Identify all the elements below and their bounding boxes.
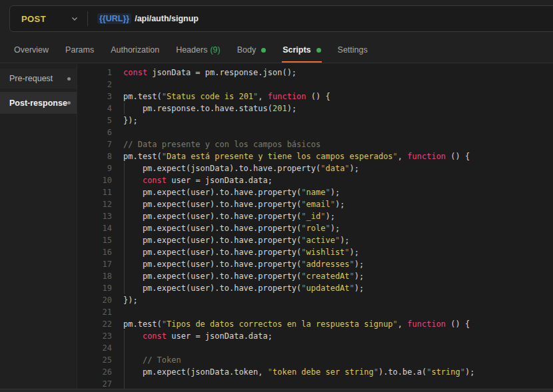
code-line[interactable]: 15 pm.expect(user).to.have.property("act… [77, 234, 553, 246]
code-line-content: const user = jsonData.data; [123, 330, 553, 342]
code-line-content: pm.expect(user).to.have.property("addres… [123, 258, 553, 270]
code-line-content: pm.expect(jsonData).to.have.property("da… [123, 162, 553, 174]
line-number: 15 [77, 234, 123, 246]
line-number: 24 [77, 342, 123, 354]
code-line-content: pm.test("Tipos de datos correctos en la … [123, 318, 553, 330]
sidebar-item-post-response[interactable]: Post-response [0, 92, 77, 114]
code-line[interactable]: 9 pm.expect(jsonData).to.have.property("… [77, 162, 553, 174]
code-line[interactable]: 25 // Token [77, 354, 553, 366]
code-line[interactable]: 4 pm.response.to.have.status(201); [77, 102, 553, 114]
code-line-content: pm.test("Data está presente y tiene los … [123, 150, 553, 162]
code-line[interactable]: 13 pm.expect(user).to.have.property("_id… [77, 210, 553, 222]
code-line[interactable]: 1const jsonData = pm.response.json(); [77, 67, 553, 79]
line-number: 22 [77, 318, 123, 330]
code-line-content: }); [123, 114, 553, 126]
line-number: 8 [77, 150, 123, 162]
code-line[interactable]: 26 pm.expect(jsonData.token, "token debe… [77, 366, 553, 378]
green-dot-icon [261, 48, 266, 53]
line-number: 2 [77, 79, 123, 91]
code-line-content: pm.expect(user).to.have.property("wishli… [123, 246, 553, 258]
code-line-content: pm.expect(user).to.have.property("name")… [123, 186, 553, 198]
line-number: 18 [77, 270, 123, 282]
code-line[interactable]: 2 [77, 79, 553, 91]
modified-dot-icon [67, 101, 71, 104]
code-line[interactable]: 20}); [77, 294, 553, 306]
line-number: 17 [77, 258, 123, 270]
line-number: 20 [77, 294, 123, 306]
code-line[interactable]: 21 [77, 306, 553, 318]
script-type-sidebar: Pre-requestPost-response [0, 64, 77, 389]
line-number: 16 [77, 246, 123, 258]
green-dot-icon [316, 48, 321, 53]
chevron-down-icon [71, 15, 79, 23]
code-line[interactable]: 5}); [77, 114, 553, 126]
tab-overview[interactable]: Overview [13, 37, 49, 63]
sidebar-item-label: Pre-request [9, 74, 53, 83]
line-number: 10 [77, 174, 123, 186]
sidebar-item-pre-request[interactable]: Pre-request [0, 69, 77, 89]
line-number: 27 [77, 378, 123, 389]
line-number: 5 [77, 114, 123, 126]
modified-dot-icon [67, 77, 71, 81]
code-line-content: }); [123, 294, 553, 306]
line-number: 4 [77, 102, 123, 114]
code-line-content: pm.expect(user).to.have.property("active… [123, 234, 553, 246]
method-dropdown[interactable]: POST [10, 6, 87, 31]
tab-authorization[interactable]: Authorization [110, 37, 160, 63]
line-number: 19 [77, 282, 123, 294]
tab-scripts[interactable]: Scripts [282, 37, 321, 63]
tab-label: Scripts [282, 45, 310, 55]
tab-count-badge: (9) [210, 45, 220, 55]
code-line-content: pm.response.to.have.status(201); [123, 102, 553, 114]
code-line-content: // Data presente y con los campos básico… [123, 138, 553, 150]
line-number: 14 [77, 222, 123, 234]
code-line[interactable]: 10 const user = jsonData.data; [77, 174, 553, 186]
line-number: 13 [77, 210, 123, 222]
code-line[interactable]: 8pm.test("Data está presente y tiene los… [77, 150, 553, 162]
request-url-bar: POST {{URL}} /api/auth/signup [9, 5, 553, 32]
code-line[interactable]: 12 pm.expect(user).to.have.property("ema… [77, 198, 553, 210]
code-line-content [123, 342, 553, 354]
tab-body[interactable]: Body [237, 37, 267, 63]
tab-headers[interactable]: Headers(9) [175, 37, 221, 63]
code-line-content [123, 79, 553, 91]
url-input[interactable]: {{URL}} /api/auth/signup [88, 13, 553, 24]
code-line[interactable]: 3pm.test("Status code is 201", function … [77, 91, 553, 102]
code-line[interactable]: 23 const user = jsonData.data; [77, 330, 553, 342]
code-line-content: // Token [123, 354, 553, 366]
line-number: 25 [77, 354, 123, 366]
code-line-content: pm.expect(user).to.have.property("create… [123, 270, 553, 282]
line-number: 6 [77, 126, 123, 138]
line-number: 26 [77, 366, 123, 378]
code-line-content: pm.expect(user).to.have.property("update… [123, 282, 553, 294]
tab-label: Authorization [111, 45, 159, 55]
code-line-content: pm.expect(user).to.have.property("email"… [123, 198, 553, 210]
tab-label: Headers [176, 45, 207, 55]
code-line[interactable]: 22pm.test("Tipos de datos correctos en l… [77, 318, 553, 330]
code-line[interactable]: 19 pm.expect(user).to.have.property("upd… [77, 282, 553, 294]
code-line[interactable]: 17 pm.expect(user).to.have.property("add… [77, 258, 553, 270]
code-line[interactable]: 27 [77, 378, 553, 389]
code-line[interactable]: 6 [77, 126, 553, 138]
code-line[interactable]: 16 pm.expect(user).to.have.property("wis… [77, 246, 553, 258]
line-number: 21 [77, 306, 123, 318]
code-line-content: pm.expect(user).to.have.property("_id"); [123, 210, 553, 222]
bottom-edge-strip [0, 389, 553, 392]
line-number: 9 [77, 162, 123, 174]
tab-label: Params [65, 45, 94, 55]
code-line[interactable]: 11 pm.expect(user).to.have.property("nam… [77, 186, 553, 198]
code-line-content: const jsonData = pm.response.json(); [123, 67, 553, 79]
request-tab-bar: OverviewParamsAuthorizationHeaders(9)Bod… [0, 37, 553, 63]
line-number: 12 [77, 198, 123, 210]
tab-params[interactable]: Params [65, 37, 95, 63]
code-editor[interactable]: 1const jsonData = pm.response.json();23p… [77, 64, 553, 389]
line-number: 23 [77, 330, 123, 342]
code-line[interactable]: 24 [77, 342, 553, 354]
scripts-panel: Pre-requestPost-response 1const jsonData… [0, 64, 553, 389]
tab-label: Body [237, 45, 257, 55]
code-line[interactable]: 18 pm.expect(user).to.have.property("cre… [77, 270, 553, 282]
code-line[interactable]: 14 pm.expect(user).to.have.property("rol… [77, 222, 553, 234]
tab-settings[interactable]: Settings [337, 37, 368, 63]
code-line-content [123, 126, 553, 138]
code-line[interactable]: 7// Data presente y con los campos básic… [77, 138, 553, 150]
